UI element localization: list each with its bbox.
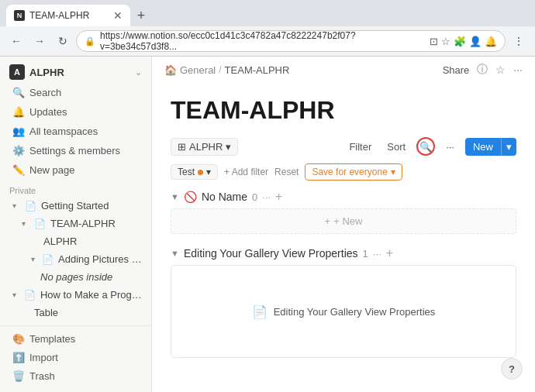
main-content: 🏠 General / TEAM-ALPHR Share ⓘ ☆ ··· TEA… [152, 57, 535, 392]
filter-button[interactable]: Filter [344, 139, 376, 155]
plus-icon: + [325, 215, 331, 227]
filter-dot [198, 170, 203, 175]
more-options-icon[interactable]: ··· [513, 64, 523, 76]
sidebar-templates-label: Templates [29, 333, 75, 345]
browser-chrome: N TEAM-ALPHR ✕ + ← → ↻ 🔒 https://www.not… [0, 0, 535, 57]
new-button-chevron-icon[interactable]: ▾ [501, 138, 516, 156]
star-icon[interactable]: ☆ [495, 64, 506, 76]
search-button[interactable]: 🔍 [416, 137, 435, 156]
group-add-icon[interactable]: + [275, 190, 282, 204]
tab-favicon: N [14, 10, 25, 21]
group-header-no-name: ▼ 🚫 No Name 0 ··· + [171, 190, 516, 204]
page-icon: 📄 [42, 254, 54, 265]
share-button[interactable]: Share [443, 64, 470, 76]
group-menu-icon[interactable]: ··· [262, 191, 271, 203]
notification-icon[interactable]: 🔔 [485, 36, 497, 47]
breadcrumb-parent[interactable]: General [180, 64, 216, 76]
db-grid-icon: ⊞ [178, 141, 186, 153]
db-chevron-icon: ▾ [226, 141, 231, 153]
search-icon: 🔍 [419, 141, 432, 153]
sidebar-item-no-pages: No pages inside [3, 269, 148, 285]
new-tab-button[interactable]: + [130, 5, 152, 26]
group-name-label: No Name [202, 191, 247, 203]
menu-button[interactable]: ⋮ [509, 31, 529, 51]
group-toggle-icon[interactable]: ▼ [171, 192, 179, 201]
card-page-icon: 📄 [252, 304, 268, 319]
sidebar-item-how-to-progress[interactable]: ▾ 📄 How to Make a Progres... [3, 287, 148, 303]
private-section-label: Private [0, 180, 151, 197]
refresh-button[interactable]: ↻ [53, 31, 73, 51]
info-icon[interactable]: ⓘ [477, 63, 488, 77]
help-button[interactable]: ? [501, 358, 523, 380]
test-filter-chip[interactable]: Test ▾ [171, 164, 218, 180]
trash-icon: 🗑️ [12, 370, 25, 382]
sidebar-updates-label: Updates [29, 106, 67, 118]
workspace-chevron-icon: ⌄ [135, 67, 142, 77]
teamspaces-icon: 👥 [12, 126, 25, 137]
address-actions: ⊡ ☆ 🧩 👤 🔔 [430, 36, 497, 47]
sidebar-item-settings[interactable]: ⚙️ Settings & members [3, 142, 148, 160]
breadcrumb-current: TEAM-ALPHR [225, 64, 290, 76]
breadcrumb-actions: Share ⓘ ☆ ··· [443, 63, 523, 77]
chevron-icon: ▾ [22, 219, 29, 228]
filter-bar: Test ▾ + Add filter Reset Save for every… [171, 163, 516, 181]
sidebar-item-new-page[interactable]: ✏️ New page [3, 161, 148, 179]
sidebar-item-trash[interactable]: 🗑️ Trash [3, 367, 148, 385]
page-title: TEAM-ALPHR [171, 96, 516, 125]
lock-icon: 🔒 [85, 36, 95, 46]
profile-icon[interactable]: 👤 [469, 36, 482, 47]
sort-button[interactable]: Sort [382, 139, 410, 155]
sidebar-item-getting-started[interactable]: ▾ 📄 Getting Started [3, 198, 148, 214]
sidebar-teamspaces-label: All teamspaces [29, 126, 98, 137]
cast-icon[interactable]: ⊡ [430, 36, 438, 47]
bookmark-icon[interactable]: ☆ [441, 36, 450, 47]
sidebar-item-alphr[interactable]: ▸ ALPHR [3, 233, 148, 249]
save-for-everyone-button[interactable]: Save for everyone ▾ [305, 163, 402, 181]
editing-gallery-group: ▼ Editing Your Gallery View Properties 1… [171, 246, 516, 358]
page-content: TEAM-ALPHR ⊞ ALPHR ▾ Filter Sort 🔍 ··· N… [152, 84, 535, 383]
sidebar-item-teamspaces[interactable]: 👥 All teamspaces [3, 122, 148, 140]
extensions-icon[interactable]: 🧩 [454, 36, 466, 47]
tab-close-button[interactable]: ✕ [113, 9, 123, 22]
gallery-card[interactable]: 📄 Editing Your Gallery View Properties [171, 265, 516, 358]
workspace-icon: A [9, 64, 25, 80]
group-name-label: Editing Your Gallery View Properties [184, 247, 358, 260]
tree-item-label: Getting Started [41, 200, 109, 211]
db-toolbar: ⊞ ALPHR ▾ Filter Sort 🔍 ··· New ▾ [171, 137, 516, 156]
reset-filter-button[interactable]: Reset [274, 167, 299, 177]
sidebar-item-search[interactable]: 🔍 Search [3, 84, 148, 101]
sidebar-item-import[interactable]: ⬆️ Import [3, 349, 148, 366]
add-new-button[interactable]: + + New [171, 208, 516, 234]
sidebar-item-updates[interactable]: 🔔 Updates [3, 103, 148, 121]
sidebar-search-label: Search [29, 87, 61, 98]
sidebar-item-team-alphr[interactable]: ▾ 📄 TEAM-ALPHR [3, 215, 148, 232]
import-icon: ⬆️ [12, 352, 25, 363]
breadcrumb-home-icon[interactable]: 🏠 [164, 64, 177, 76]
templates-icon: 🎨 [12, 333, 25, 345]
workspace-header[interactable]: A ALPHR ⌄ [0, 57, 151, 83]
more-options-button[interactable]: ··· [441, 139, 459, 155]
address-bar[interactable]: 🔒 https://www.notion.so/ecc0c1d41c3c4782… [76, 30, 506, 52]
save-everyone-label: Save for everyone [312, 167, 387, 177]
page-icon: 📄 [25, 201, 36, 211]
db-name-label: ALPHR [189, 141, 223, 153]
filter-chip-chevron-icon: ▾ [206, 167, 211, 177]
sidebar-item-adding-pictures[interactable]: ▾ 📄 Adding Pictures to Yo... [3, 251, 148, 267]
db-name-button[interactable]: ⊞ ALPHR ▾ [171, 138, 238, 156]
settings-icon: ⚙️ [12, 145, 25, 156]
forward-button[interactable]: → [29, 31, 50, 51]
group-add-icon[interactable]: + [386, 246, 393, 260]
tree-item-label: No pages inside [40, 271, 112, 283]
chevron-icon: ▾ [31, 255, 37, 263]
active-tab[interactable]: N TEAM-ALPHR ✕ [6, 5, 130, 26]
group-menu-icon[interactable]: ··· [373, 248, 381, 260]
filter-chip-label: Test [178, 167, 195, 177]
breadcrumb-separator: / [219, 64, 221, 75]
tree-item-label: How to Make a Progres... [40, 289, 142, 301]
new-button[interactable]: New ▾ [465, 138, 516, 156]
add-filter-button[interactable]: + Add filter [224, 167, 268, 177]
sidebar-item-table[interactable]: ▸ Table [3, 304, 148, 321]
sidebar-item-templates[interactable]: 🎨 Templates [3, 330, 148, 348]
group-toggle-icon[interactable]: ▼ [171, 249, 179, 258]
back-button[interactable]: ← [6, 31, 26, 51]
